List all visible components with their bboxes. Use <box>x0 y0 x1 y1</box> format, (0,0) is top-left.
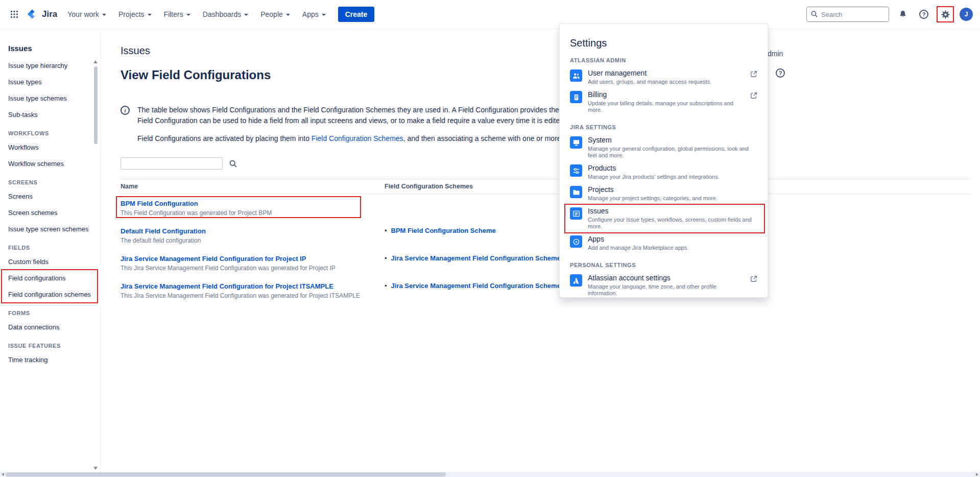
settings-heading-jira-settings: JIRA SETTINGS <box>570 124 757 130</box>
column-header-name: Name <box>121 183 385 190</box>
atlassian-logo-icon <box>570 274 582 287</box>
settings-panel-title: Settings <box>570 37 757 49</box>
table-header: Name Field Configuration Schemes <box>121 179 970 194</box>
field-config-link-default[interactable]: Default Field Configuration <box>121 227 206 235</box>
user-avatar[interactable]: J <box>960 8 973 21</box>
sidebar-scrollbar-thumb[interactable] <box>94 66 98 144</box>
settings-item-billing[interactable]: Billing Update your billing details, man… <box>567 88 760 116</box>
sidebar-item-custom-fields[interactable]: Custom fields <box>8 254 92 270</box>
search-icon <box>810 10 818 18</box>
chevron-down-icon <box>244 14 248 16</box>
sidebar: Issues Issue type hierarchy Issue types … <box>0 29 101 472</box>
page-title: View Field Configurations <box>121 68 980 82</box>
settings-gear-icon[interactable] <box>938 7 953 21</box>
page: Jira Your work Projects Filters Dashboar… <box>0 0 980 477</box>
scroll-up-arrow-icon[interactable] <box>93 60 98 63</box>
settings-item-user-management[interactable]: User management Add users, groups, and m… <box>567 67 760 88</box>
settings-item-issues[interactable]: Issues Configure your issue types, workf… <box>567 205 760 232</box>
nav-item-dashboards[interactable]: Dashboards <box>198 6 254 22</box>
external-link-icon <box>750 70 757 79</box>
field-config-link-itsample[interactable]: Jira Service Management Field Configurat… <box>121 282 333 290</box>
settings-item-apps[interactable]: Apps Add and manage Jira Marketplace app… <box>567 233 760 254</box>
settings-item-projects[interactable]: Projects Manage your project settings, c… <box>567 183 760 204</box>
jira-logo-text: Jira <box>42 9 57 19</box>
table-row: Jira Service Management Field Configurat… <box>121 277 970 304</box>
sidebar-heading-forms: FORMS <box>8 303 92 319</box>
sidebar-item-sub-tasks[interactable]: Sub-tasks <box>8 107 92 123</box>
system-icon <box>570 136 582 149</box>
nav-item-filters[interactable]: Filters <box>159 6 196 22</box>
external-link-icon <box>750 275 757 284</box>
sidebar-item-field-configuration-schemes[interactable]: Field configuration schemes <box>8 287 92 303</box>
filter-input[interactable] <box>121 157 223 170</box>
sidebar-scrollbar[interactable] <box>93 60 98 470</box>
search-input[interactable] <box>806 7 889 22</box>
settings-heading-personal-settings: PERSONAL SETTINGS <box>570 262 757 268</box>
products-icon <box>570 164 582 177</box>
chevron-down-icon <box>102 14 106 16</box>
billing-icon <box>570 91 582 103</box>
chevron-down-icon <box>148 14 152 16</box>
sidebar-item-screen-schemes[interactable]: Screen schemes <box>8 205 92 221</box>
notifications-bell-icon[interactable] <box>896 7 910 21</box>
apps-icon <box>570 235 582 248</box>
sidebar-heading-screens: SCREENS <box>8 172 92 188</box>
table-row: Default Field Configuration The default … <box>121 222 970 249</box>
table-row: Jira Service Management Field Configurat… <box>121 249 970 277</box>
sidebar-item-time-tracking[interactable]: Time tracking <box>8 352 92 368</box>
jira-logo[interactable]: Jira <box>23 6 60 23</box>
bullet-icon: • <box>385 227 387 235</box>
section-title: Issues <box>121 45 980 57</box>
sidebar-group-issue-types: Issue type hierarchy Issue types Issue t… <box>8 58 92 123</box>
sidebar-group-screens: SCREENS Screens Screen schemes Issue typ… <box>8 172 92 237</box>
field-configuration-schemes-link[interactable]: Field Configuration Schemes <box>312 134 403 142</box>
main-content: Issues dmin ? View Field Configurations … <box>101 29 980 472</box>
sidebar-group-issue-features: ISSUE FEATURES Time tracking <box>8 336 92 368</box>
horizontal-scrollbar-thumb[interactable] <box>6 472 446 476</box>
settings-dropdown-panel: Settings ATLASSIAN ADMIN User management… <box>559 23 768 298</box>
scheme-link-bpm[interactable]: BPM Field Configuration Scheme <box>391 227 496 234</box>
issues-icon <box>570 207 582 220</box>
table-row: BPM Field Configuration This Field Confi… <box>121 194 970 222</box>
external-link-icon <box>750 92 757 101</box>
help-icon[interactable]: ? <box>917 7 931 21</box>
search-box <box>806 7 889 22</box>
page-help-icon[interactable]: ? <box>776 68 785 78</box>
sidebar-item-issue-type-hierarchy[interactable]: Issue type hierarchy <box>8 58 92 74</box>
sidebar-item-data-connections[interactable]: Data connections <box>8 319 92 336</box>
chevron-down-icon <box>186 14 190 16</box>
annotation-box-sidebar: Field configurations Field configuration… <box>8 270 92 303</box>
sidebar-item-field-configurations[interactable]: Field configurations <box>8 270 92 287</box>
partially-hidden-button-text: dmin <box>768 50 783 58</box>
settings-item-atlassian-account[interactable]: Atlassian account settings Manage your l… <box>567 272 760 298</box>
scroll-down-arrow-icon[interactable] <box>93 467 98 470</box>
jira-logo-icon <box>27 9 38 20</box>
annotation-box-bpm-row: BPM Field Configuration This Field Confi… <box>121 199 385 217</box>
user-management-icon <box>570 69 582 82</box>
sidebar-item-issue-type-screen-schemes[interactable]: Issue type screen schemes <box>8 221 92 237</box>
nav-item-your-work[interactable]: Your work <box>62 6 111 22</box>
sidebar-item-workflows[interactable]: Workflows <box>8 139 92 156</box>
settings-item-system[interactable]: System Manage your general configuration… <box>567 134 760 161</box>
field-config-link-bpm[interactable]: BPM Field Configuration <box>121 200 198 207</box>
gear-icon <box>940 9 951 20</box>
sidebar-item-screens[interactable]: Screens <box>8 188 92 205</box>
nav-item-apps[interactable]: Apps <box>297 6 331 22</box>
sidebar-heading-fields: FIELDS <box>8 237 92 254</box>
nav-item-projects[interactable]: Projects <box>113 6 157 22</box>
sidebar-heading-workflows: WORKFLOWS <box>8 123 92 139</box>
sidebar-item-issue-types[interactable]: Issue types <box>8 74 92 90</box>
create-button[interactable]: Create <box>338 7 375 22</box>
sidebar-item-issue-type-schemes[interactable]: Issue type schemes <box>8 90 92 107</box>
nav-item-people[interactable]: People <box>255 6 295 22</box>
filter-search-icon[interactable] <box>229 159 237 168</box>
settings-item-products[interactable]: Products Manage your Jira products' sett… <box>567 162 760 183</box>
field-config-link-ip[interactable]: Jira Service Management Field Configurat… <box>121 255 306 263</box>
scroll-right-arrow-icon[interactable] <box>976 473 978 476</box>
sidebar-group-fields: FIELDS Custom fields Field configuration… <box>8 237 92 303</box>
sidebar-group-forms: FORMS Data connections <box>8 303 92 336</box>
horizontal-scrollbar[interactable] <box>0 472 980 477</box>
app-switcher-icon[interactable] <box>7 7 21 21</box>
sidebar-item-workflow-schemes[interactable]: Workflow schemes <box>8 156 92 172</box>
scroll-left-arrow-icon[interactable] <box>2 473 4 476</box>
